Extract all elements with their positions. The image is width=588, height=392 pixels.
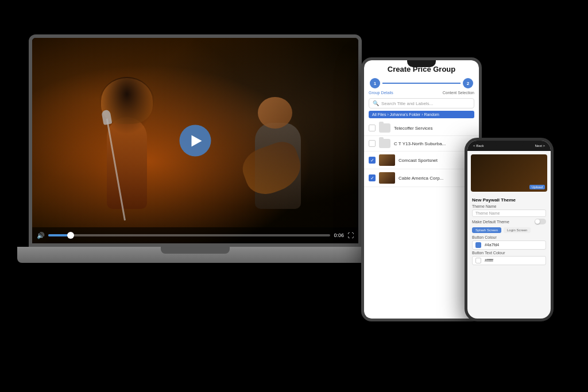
button-color-value: #4a7fd4	[472, 240, 546, 250]
video-controls: 🔊 0:06 ⛶	[32, 227, 358, 243]
laptop-base	[17, 247, 373, 263]
list-item[interactable]: ✓ Cable America Corp...	[364, 169, 479, 187]
search-placeholder: Search Title and Labels...	[381, 101, 433, 106]
play-icon	[191, 135, 202, 146]
play-button[interactable]	[180, 125, 211, 157]
breadcrumb: All Files › Johanna's Folder › Random	[369, 111, 474, 118]
checkbox-1[interactable]	[369, 140, 376, 147]
main-scene: 🔊 0:06 ⛶ Create Price Group	[0, 0, 588, 392]
upload-label[interactable]: Upload	[529, 185, 545, 189]
step-1-label: Group Details	[369, 91, 393, 95]
search-icon: 🔍	[373, 100, 379, 106]
guitarist-head	[258, 97, 292, 129]
make-default-toggle[interactable]	[535, 219, 546, 224]
progress-bar[interactable]	[48, 234, 330, 236]
folder-icon	[379, 139, 390, 148]
tablet-screen: Create Price Group 1 2 Group Details Con…	[364, 60, 479, 319]
step-labels: Group Details Content Selection	[364, 91, 479, 97]
list-item[interactable]: Telecoffer Services	[364, 121, 479, 136]
back-label[interactable]: < Back	[473, 144, 484, 148]
guitarist-figure	[243, 94, 312, 209]
list-item[interactable]: C T Y13-North Suburba...	[364, 136, 479, 152]
phone-thumbnail-area: Upload	[471, 154, 547, 192]
video-content: 🔊 0:06 ⛶	[32, 38, 358, 243]
laptop-device: 🔊 0:06 ⛶	[29, 34, 362, 275]
step-2-label: Content Selection	[443, 91, 474, 95]
tablet-notch	[407, 60, 436, 67]
step-line	[382, 83, 461, 84]
button-color-label: Button Colour	[467, 235, 551, 240]
button-text-color-label: Button Text Colour	[467, 250, 551, 255]
steps-indicator: 1 2	[364, 76, 479, 91]
laptop-screen-inner: 🔊 0:06 ⛶	[32, 38, 358, 243]
volume-icon[interactable]: 🔊	[37, 232, 45, 239]
time-display: 0:06	[334, 232, 344, 238]
button-text-color-text: #ffffff	[485, 258, 493, 262]
next-label[interactable]: Next >	[535, 144, 545, 148]
toggle-knob	[535, 219, 540, 224]
button-text-color-value: #ffffff	[472, 256, 546, 265]
button-color-text: #4a7fd4	[485, 243, 499, 247]
item-2-text: Comcast Sportsnet	[399, 158, 438, 163]
progress-dot	[67, 232, 74, 239]
laptop-notch	[161, 247, 230, 254]
login-screen-tab[interactable]: Login Screen	[504, 227, 531, 233]
laptop-screen-outer: 🔊 0:06 ⛶	[29, 34, 362, 247]
button-color-swatch	[475, 242, 481, 248]
make-default-label: Make Default Theme	[472, 220, 509, 224]
screen-tabs: Splash Screen Login Screen	[467, 226, 551, 235]
theme-name-input[interactable]: Theme Name	[472, 209, 546, 217]
item-0-text: Telecoffer Services	[394, 126, 432, 131]
new-paywall-theme-title: New Paywall Theme	[467, 195, 551, 204]
tablet-device: Create Price Group 1 2 Group Details Con…	[361, 57, 482, 321]
checkbox-3[interactable]: ✓	[369, 174, 376, 181]
theme-name-label: Theme Name	[467, 204, 551, 209]
phone-device: < Back Next > Upload New Paywall Theme T…	[465, 138, 554, 321]
step-2-circle: 2	[463, 78, 473, 88]
button-text-color-swatch	[475, 258, 481, 263]
splash-screen-tab[interactable]: Splash Screen	[472, 227, 501, 233]
video-thumbnail-2	[379, 154, 395, 166]
singer-figure	[90, 83, 164, 209]
phone-notch	[495, 141, 524, 148]
folder-icon	[379, 123, 390, 133]
item-3-text: Cable America Corp...	[399, 176, 443, 181]
item-1-text: C T Y13-North Suburba...	[394, 141, 446, 146]
checkbox-2[interactable]: ✓	[369, 157, 376, 164]
search-bar[interactable]: 🔍 Search Title and Labels...	[369, 98, 474, 108]
step-1-circle: 1	[370, 78, 380, 88]
make-default-row: Make Default Theme	[467, 218, 551, 226]
checkmark-icon: ✓	[370, 176, 374, 181]
list-item[interactable]: ✓ Comcast Sportsnet	[364, 152, 479, 169]
checkbox-0[interactable]	[369, 125, 376, 131]
fullscreen-icon[interactable]: ⛶	[347, 232, 354, 239]
phone-screen: < Back Next > Upload New Paywall Theme T…	[467, 141, 551, 319]
checkmark-icon: ✓	[370, 158, 374, 163]
video-thumbnail-3	[379, 172, 395, 184]
